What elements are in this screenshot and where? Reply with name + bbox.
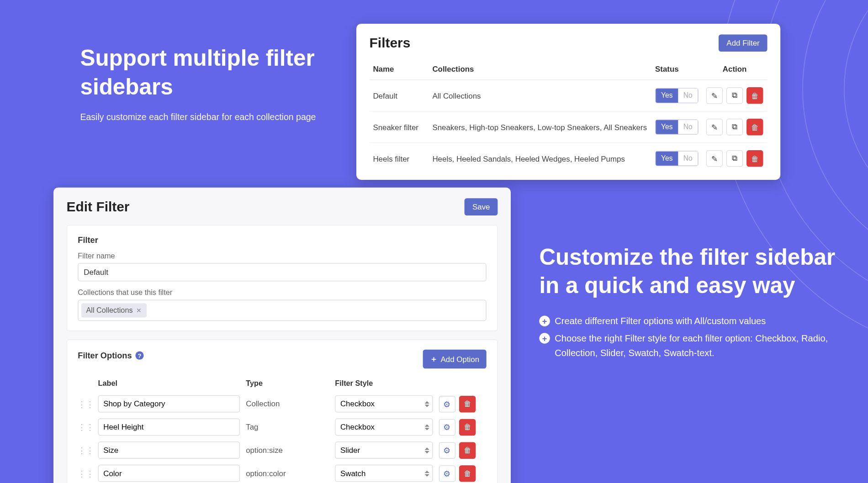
filter-style-select[interactable]: Checkbox [335, 418, 433, 436]
copy-icon[interactable]: ⧉ [726, 119, 743, 135]
collection-tag[interactable]: All Collections ✕ [81, 303, 146, 317]
delete-icon[interactable]: 🗑 [459, 395, 476, 412]
filter-collections-cell: Sneakers, High-top Sneakers, Low-top Sne… [429, 111, 652, 143]
collection-tag-label: All Collections [86, 306, 133, 315]
toggle-yes[interactable]: Yes [656, 120, 678, 134]
filter-style-select[interactable]: Checkbox [335, 395, 433, 413]
hero1-title: Support multiple filter sidebars [80, 45, 365, 101]
stepper-arrows-icon[interactable] [424, 401, 429, 407]
filter-panel: Filter Filter name Collections that use … [67, 225, 498, 331]
filter-style-select[interactable]: Swatch [335, 465, 433, 482]
th-name: Name [370, 59, 429, 80]
edit-icon[interactable]: ✎ [706, 150, 723, 167]
stepper-arrows-icon[interactable] [424, 424, 429, 430]
drag-handle-icon[interactable]: ⋮⋮ [78, 468, 92, 478]
drag-handle-icon[interactable]: ⋮⋮ [78, 422, 92, 432]
option-row: ⋮⋮option:sizeSlider⚙🗑 [78, 439, 486, 462]
add-option-button[interactable]: ＋ Add Option [423, 350, 487, 369]
delete-icon[interactable]: 🗑 [746, 87, 763, 104]
status-toggle[interactable]: YesNo [655, 119, 699, 135]
add-filter-button[interactable]: Add Filter [719, 34, 767, 52]
filter-name-input[interactable] [78, 263, 486, 281]
filter-style-value: Checkbox [335, 395, 433, 413]
filter-style-value: Slider [335, 441, 433, 459]
filter-name-cell: Sneaker filter [370, 111, 429, 143]
plus-icon: ＋ [430, 354, 438, 364]
toggle-yes[interactable]: Yes [656, 152, 678, 166]
close-icon[interactable]: ✕ [136, 306, 142, 314]
delete-icon[interactable]: 🗑 [746, 119, 763, 135]
collections-label: Collections that use this filter [78, 289, 486, 297]
copy-icon[interactable]: ⧉ [726, 150, 743, 167]
filter-name-label: Filter name [78, 252, 486, 260]
filter-panel-heading: Filter [78, 235, 486, 245]
hero2-bullet: + Choose the right Filter style for each… [539, 331, 836, 360]
option-type: Tag [246, 423, 329, 432]
filter-row: Heels filterHeels, Heeled Sandals, Heele… [370, 143, 767, 174]
option-label-input[interactable] [98, 465, 240, 482]
th-type: Type [246, 379, 329, 388]
add-option-label: Add Option [441, 355, 480, 364]
hero1-subtitle: Easily customize each filter sidebar for… [80, 111, 365, 121]
hero2-bullet-text: Create different Filter options with All… [555, 314, 766, 329]
filter-style-value: Swatch [335, 465, 433, 482]
filter-options-heading-text: Filter Options [78, 351, 132, 360]
filter-style-select[interactable]: Slider [335, 441, 433, 459]
filter-row: Sneaker filterSneakers, High-top Sneaker… [370, 111, 767, 143]
option-label-input[interactable] [98, 395, 240, 413]
option-type: option:color [246, 469, 329, 478]
hero2-bullet: + Create different Filter options with A… [539, 314, 836, 329]
filter-row: DefaultAll CollectionsYesNo✎⧉🗑 [370, 80, 767, 111]
th-style: Filter Style [335, 379, 433, 388]
edit-filter-title: Edit Filter [67, 199, 130, 215]
th-status: Status [651, 59, 702, 80]
toggle-no[interactable]: No [678, 152, 698, 166]
option-label-input[interactable] [98, 441, 240, 459]
plus-icon: + [539, 316, 550, 326]
edit-icon[interactable]: ✎ [706, 87, 723, 104]
collections-input[interactable]: All Collections ✕ [78, 300, 486, 321]
help-icon[interactable]: ? [135, 352, 143, 360]
option-label-input[interactable] [98, 418, 240, 436]
filters-title: Filters [370, 35, 411, 51]
option-row: ⋮⋮CollectionCheckbox⚙🗑 [78, 392, 486, 415]
stepper-arrows-icon[interactable] [424, 470, 429, 476]
filter-options-heading: Filter Options ? [78, 351, 143, 360]
hero2-title: Customize the filter sidebar in a quick … [539, 243, 836, 300]
option-row: ⋮⋮TagCheckbox⚙🗑 [78, 415, 486, 439]
th-action: Action [702, 59, 767, 80]
th-label: Label [98, 379, 240, 388]
edit-filter-card: Edit Filter Save Filter Filter name Coll… [53, 188, 511, 483]
delete-icon[interactable]: 🗑 [459, 465, 476, 482]
delete-icon[interactable]: 🗑 [459, 419, 476, 435]
filter-collections-cell: All Collections [429, 80, 652, 111]
drag-handle-icon[interactable]: ⋮⋮ [78, 446, 92, 455]
filters-table: Name Collections Status Action DefaultAl… [370, 59, 767, 174]
gear-icon[interactable]: ⚙ [439, 395, 455, 412]
delete-icon[interactable]: 🗑 [459, 442, 476, 458]
option-type: Collection [246, 399, 329, 409]
delete-icon[interactable]: 🗑 [746, 150, 763, 167]
filter-style-value: Checkbox [335, 418, 433, 436]
filter-collections-cell: Heels, Heeled Sandals, Heeled Wedges, He… [429, 143, 652, 174]
stepper-arrows-icon[interactable] [424, 447, 429, 453]
toggle-no[interactable]: No [678, 120, 698, 134]
gear-icon[interactable]: ⚙ [439, 419, 455, 435]
filter-name-cell: Heels filter [370, 143, 429, 174]
option-type: option:size [246, 446, 329, 455]
th-collections: Collections [429, 59, 652, 80]
drag-handle-icon[interactable]: ⋮⋮ [78, 399, 92, 409]
option-row: ⋮⋮option:colorSwatch⚙🗑 [78, 462, 486, 483]
edit-icon[interactable]: ✎ [706, 119, 723, 135]
toggle-no[interactable]: No [678, 89, 698, 103]
status-toggle[interactable]: YesNo [655, 88, 699, 103]
status-toggle[interactable]: YesNo [655, 151, 699, 166]
hero2-bullet-text: Choose the right Filter style for each f… [555, 331, 836, 360]
gear-icon[interactable]: ⚙ [439, 465, 455, 482]
gear-icon[interactable]: ⚙ [439, 442, 455, 458]
filter-name-cell: Default [370, 80, 429, 111]
filter-options-panel: Filter Options ? ＋ Add Option Label Type… [67, 340, 498, 483]
toggle-yes[interactable]: Yes [656, 89, 678, 103]
save-button[interactable]: Save [465, 198, 498, 215]
copy-icon[interactable]: ⧉ [726, 87, 743, 104]
